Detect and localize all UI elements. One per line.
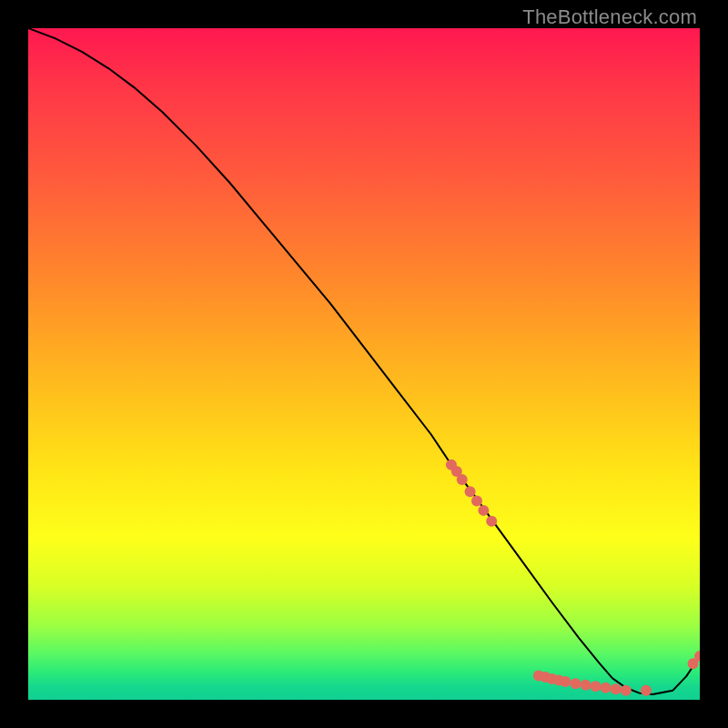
data-marker [465,486,476,497]
data-marker [591,681,602,692]
data-marker [471,496,482,507]
data-marker [570,678,581,689]
marker-layer [446,460,700,696]
plot-area [28,28,700,700]
chart-svg [28,28,700,700]
data-marker [478,505,489,516]
curve-layer [28,28,700,694]
data-marker [486,516,497,527]
watermark-text: TheBottleneck.com [522,5,697,29]
bottleneck-curve [28,28,700,694]
data-marker [621,685,632,696]
data-marker [560,676,571,687]
data-marker [641,685,652,696]
data-marker [611,683,622,694]
data-marker [581,680,592,691]
data-marker [457,474,468,485]
chart-frame: TheBottleneck.com [0,0,728,728]
data-marker [601,682,612,693]
